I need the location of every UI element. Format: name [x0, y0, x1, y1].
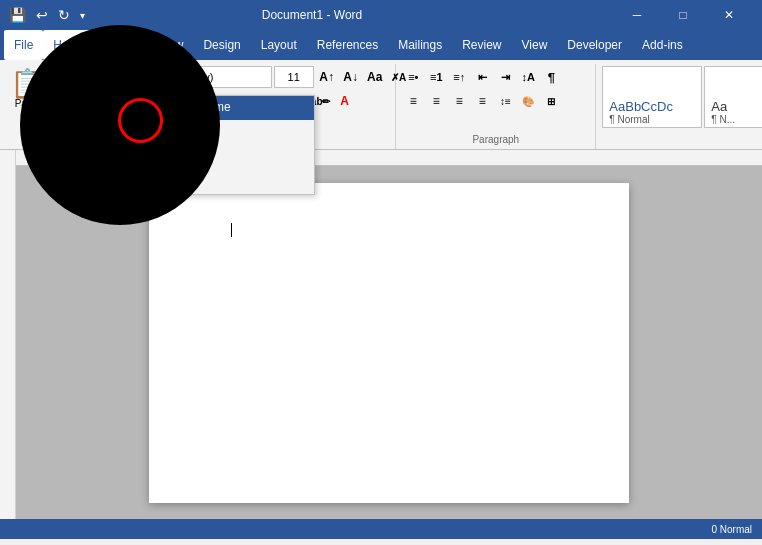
menu-review[interactable]: Review	[452, 30, 511, 60]
sort-btn[interactable]: ↕A	[517, 66, 539, 88]
menu-mailings[interactable]: Mailings	[388, 30, 452, 60]
align-right-btn[interactable]: ≡	[448, 90, 470, 112]
status-bar: 0 Normal	[0, 519, 762, 539]
menu-view[interactable]: View	[512, 30, 558, 60]
undo-quick-btn[interactable]: ↩	[33, 5, 51, 25]
menu-design[interactable]: Design	[193, 30, 250, 60]
text-cursor	[231, 223, 232, 237]
style-name-text: ¶ Normal	[609, 114, 649, 125]
numbering-btn[interactable]: ≡1	[425, 66, 447, 88]
save-quick-btn[interactable]: 💾	[6, 5, 29, 25]
menu-references[interactable]: References	[307, 30, 388, 60]
align-left-btn[interactable]: ≡	[402, 90, 424, 112]
quick-access-toolbar: 💾 ↩ ↻ ▾	[0, 0, 94, 30]
justify-btn[interactable]: ≡	[471, 90, 493, 112]
bullets-btn[interactable]: ≡•	[402, 66, 424, 88]
window-title: Document1 - Word	[10, 8, 614, 22]
show-marks-btn[interactable]: ¶	[540, 66, 562, 88]
shading-btn[interactable]: 🎨	[517, 90, 539, 112]
zoom-status: 0 Normal	[711, 524, 752, 535]
align-center-btn[interactable]: ≡	[425, 90, 447, 112]
zoom-circle-overlay	[20, 25, 220, 225]
menu-developer[interactable]: Developer	[557, 30, 632, 60]
document-page	[149, 183, 629, 503]
normal-style-box[interactable]: AaBbCcDc ¶ Normal	[602, 66, 702, 128]
paragraph-controls: ≡• ≡1 ≡↑ ⇤ ⇥ ↕A ¶ ≡ ≡ ≡ ≡ ↕≡ 🎨 ⊞	[402, 66, 562, 132]
increase-indent-btn[interactable]: ⇥	[494, 66, 516, 88]
menu-file[interactable]: File	[4, 30, 43, 60]
increase-font-btn[interactable]: A↑	[316, 66, 338, 88]
font-size-input[interactable]	[274, 66, 314, 88]
no-spacing-style-box[interactable]: Aa ¶ N...	[704, 66, 762, 128]
font-color-btn[interactable]: A	[334, 90, 356, 112]
close-btn[interactable]: ✕	[706, 0, 752, 30]
window-controls: ─ □ ✕	[614, 0, 752, 30]
maximize-btn[interactable]: □	[660, 0, 706, 30]
decrease-font-btn[interactable]: A↓	[340, 66, 362, 88]
styles-group: AaBbCcDc ¶ Normal Aa ¶ N...	[596, 64, 758, 149]
menu-addins[interactable]: Add-ins	[632, 30, 693, 60]
style-name-text2: ¶ N...	[711, 114, 735, 125]
multilevel-btn[interactable]: ≡↑	[448, 66, 470, 88]
change-case-btn[interactable]: Aa	[364, 66, 386, 88]
decrease-indent-btn[interactable]: ⇤	[471, 66, 493, 88]
paragraph-label: Paragraph	[402, 132, 589, 147]
redo-quick-btn[interactable]: ↻	[55, 5, 73, 25]
line-spacing-btn[interactable]: ↕≡	[494, 90, 516, 112]
style-preview-text2: Aa	[711, 99, 727, 114]
minimize-btn[interactable]: ─	[614, 0, 660, 30]
customize-quick-btn[interactable]: ▾	[77, 8, 88, 23]
style-preview-text: AaBbCcDc	[609, 99, 673, 114]
borders-btn[interactable]: ⊞	[540, 90, 562, 112]
paragraph-group: ≡• ≡1 ≡↑ ⇤ ⇥ ↕A ¶ ≡ ≡ ≡ ≡ ↕≡ 🎨 ⊞ Paragra…	[396, 64, 596, 149]
ruler-left	[0, 150, 16, 519]
menu-layout[interactable]: Layout	[251, 30, 307, 60]
